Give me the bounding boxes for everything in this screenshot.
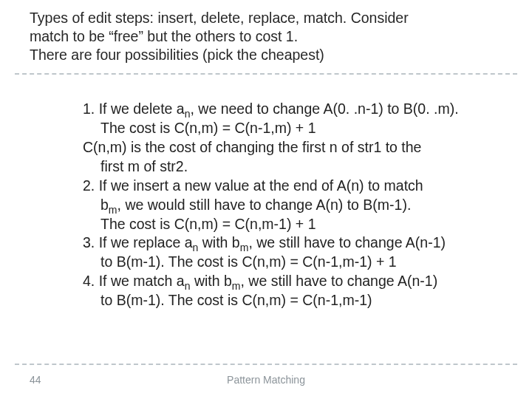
text-fragment: , we still have to change A(n-1): [241, 273, 438, 289]
text-fragment: b: [100, 197, 109, 213]
defn-line-2: first m of str2.: [66, 157, 495, 177]
item-1-line-2: The cost is C(n,m) = C(n-1,m) + 1: [66, 119, 495, 138]
title-line-1: Types of edit steps: insert, delete, rep…: [30, 9, 502, 27]
text-fragment: 4. If we match a: [83, 273, 185, 289]
text-fragment: 1. If we delete a: [83, 100, 185, 117]
item-2-line-3: The cost is C(n,m) = C(n,m-1) + 1: [66, 215, 495, 234]
item-4-line-1: 4. If we match an with bm, we still have…: [66, 272, 495, 291]
defn-line-1: C(n,m) is the cost of changing the first…: [66, 138, 495, 157]
divider-bottom: [15, 364, 517, 365]
title-line-3: There are four possibilities (pick the c…: [30, 46, 502, 64]
slide: Types of edit steps: insert, delete, rep…: [0, 0, 532, 399]
subscript-m: m: [232, 280, 241, 292]
item-3-line-1: 3. If we replace an with bm, we still ha…: [66, 233, 495, 253]
slide-title: Types of edit steps: insert, delete, rep…: [30, 9, 502, 64]
body-text: 1. If we delete an, we need to change A(…: [66, 100, 495, 310]
item-2-line-1: 2. If we insert a new value at the end o…: [66, 177, 495, 196]
text-fragment: , we need to change A(0. .n-1) to B(0. .…: [190, 100, 458, 117]
item-3-line-2: to B(m-1). The cost is C(n,m) = C(n-1,m-…: [66, 253, 495, 272]
footer-label: Pattern Matching: [0, 374, 532, 386]
title-line-2: match to be “free” but the others to cos…: [30, 27, 502, 46]
text-fragment: 3. If we replace a: [83, 234, 193, 250]
text-fragment: with b: [190, 273, 231, 289]
text-fragment: , we would still have to change A(n) to …: [117, 197, 412, 213]
divider-top: [15, 73, 517, 75]
text-fragment: with b: [198, 234, 239, 250]
item-4-line-2: to B(m-1). The cost is C(n,m) = C(n-1,m-…: [66, 291, 495, 310]
item-1-line-1: 1. If we delete an, we need to change A(…: [66, 100, 495, 119]
subscript-m: m: [109, 204, 117, 216]
item-2-line-2: bm, we would still have to change A(n) t…: [66, 196, 495, 215]
subscript-m: m: [240, 242, 249, 253]
text-fragment: , we still have to change A(n-1): [248, 234, 446, 250]
